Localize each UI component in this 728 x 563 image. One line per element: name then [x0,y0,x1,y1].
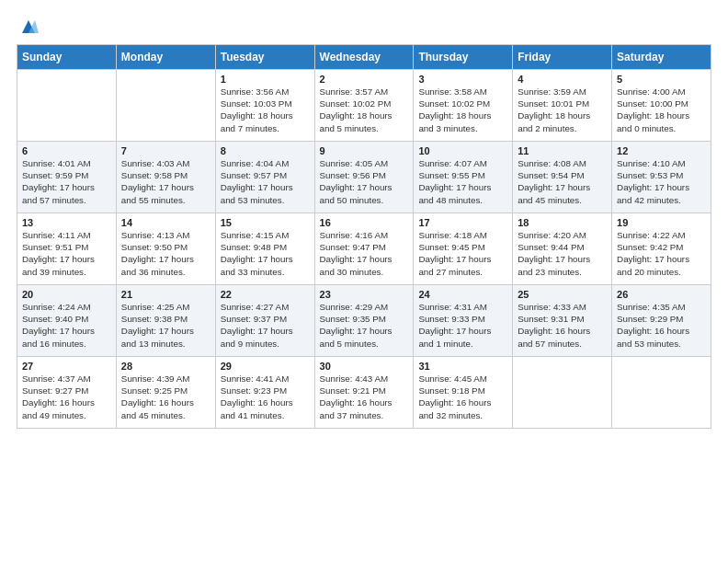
day-number: 20 [22,289,111,300]
day-number: 6 [22,145,111,156]
day-info: Sunrise: 4:00 AMSunset: 10:00 PMDaylight… [617,86,706,134]
day-info: Sunrise: 4:45 AMSunset: 9:18 PMDaylight:… [418,373,507,421]
day-info: Sunrise: 3:59 AMSunset: 10:01 PMDaylight… [518,86,607,134]
day-cell: 12Sunrise: 4:10 AMSunset: 9:53 PMDayligh… [612,142,711,213]
day-cell: 15Sunrise: 4:15 AMSunset: 9:48 PMDayligh… [215,213,314,285]
day-number: 14 [121,217,210,228]
day-number: 15 [221,217,310,228]
day-info: Sunrise: 3:58 AMSunset: 10:02 PMDaylight… [418,86,507,134]
header [17,17,711,37]
day-number: 13 [22,217,111,228]
day-number: 4 [518,74,607,85]
week-row-5: 27Sunrise: 4:37 AMSunset: 9:27 PMDayligh… [17,357,711,429]
day-number: 30 [320,361,409,372]
day-info: Sunrise: 4:29 AMSunset: 9:35 PMDaylight:… [320,301,409,350]
day-cell: 8Sunrise: 4:04 AMSunset: 9:57 PMDaylight… [215,142,314,213]
day-info: Sunrise: 4:39 AMSunset: 9:25 PMDaylight:… [121,373,210,421]
day-info: Sunrise: 4:03 AMSunset: 9:58 PMDaylight:… [121,157,210,206]
day-number: 11 [518,145,607,156]
weekday-wednesday: Wednesday [314,45,414,70]
day-number: 23 [320,289,409,300]
day-number: 28 [121,361,210,372]
day-cell: 21Sunrise: 4:25 AMSunset: 9:38 PMDayligh… [116,285,215,357]
day-number: 27 [22,361,111,372]
day-info: Sunrise: 4:01 AMSunset: 9:59 PMDaylight:… [22,157,111,206]
day-number: 2 [320,74,409,85]
day-cell: 20Sunrise: 4:24 AMSunset: 9:40 PMDayligh… [17,285,117,357]
day-number: 8 [221,145,310,156]
day-info: Sunrise: 4:18 AMSunset: 9:45 PMDaylight:… [418,229,507,278]
day-cell [17,70,117,142]
day-cell: 6Sunrise: 4:01 AMSunset: 9:59 PMDaylight… [17,142,117,213]
day-info: Sunrise: 4:15 AMSunset: 9:48 PMDaylight:… [221,229,310,278]
day-cell: 24Sunrise: 4:31 AMSunset: 9:33 PMDayligh… [414,285,513,357]
day-info: Sunrise: 4:13 AMSunset: 9:50 PMDaylight:… [121,229,210,278]
day-number: 25 [518,289,607,300]
day-number: 3 [418,74,507,85]
day-cell: 4Sunrise: 3:59 AMSunset: 10:01 PMDayligh… [513,70,612,142]
week-row-3: 13Sunrise: 4:11 AMSunset: 9:51 PMDayligh… [17,213,711,285]
day-cell: 14Sunrise: 4:13 AMSunset: 9:50 PMDayligh… [116,213,215,285]
weekday-saturday: Saturday [612,45,711,70]
day-cell [513,357,612,429]
week-row-1: 1Sunrise: 3:56 AMSunset: 10:03 PMDayligh… [17,70,711,142]
day-info: Sunrise: 4:25 AMSunset: 9:38 PMDaylight:… [121,301,210,350]
day-cell: 31Sunrise: 4:45 AMSunset: 9:18 PMDayligh… [414,357,513,429]
week-row-2: 6Sunrise: 4:01 AMSunset: 9:59 PMDaylight… [17,142,711,213]
day-info: Sunrise: 4:33 AMSunset: 9:31 PMDaylight:… [518,301,607,350]
week-row-4: 20Sunrise: 4:24 AMSunset: 9:40 PMDayligh… [17,285,711,357]
day-cell: 23Sunrise: 4:29 AMSunset: 9:35 PMDayligh… [314,285,414,357]
day-number: 18 [518,217,607,228]
day-info: Sunrise: 4:35 AMSunset: 9:29 PMDaylight:… [617,301,706,350]
day-cell: 11Sunrise: 4:08 AMSunset: 9:54 PMDayligh… [513,142,612,213]
day-cell: 5Sunrise: 4:00 AMSunset: 10:00 PMDayligh… [612,70,711,142]
day-info: Sunrise: 3:56 AMSunset: 10:03 PMDaylight… [221,86,310,134]
day-number: 21 [121,289,210,300]
day-number: 7 [121,145,210,156]
day-info: Sunrise: 4:22 AMSunset: 9:42 PMDaylight:… [617,229,706,278]
logo-icon [18,17,39,37]
logo [17,17,39,37]
day-number: 22 [221,289,310,300]
day-number: 12 [617,145,706,156]
day-info: Sunrise: 4:04 AMSunset: 9:57 PMDaylight:… [221,157,310,206]
day-cell [116,70,215,142]
weekday-thursday: Thursday [414,45,513,70]
day-cell: 10Sunrise: 4:07 AMSunset: 9:55 PMDayligh… [414,142,513,213]
day-info: Sunrise: 4:07 AMSunset: 9:55 PMDaylight:… [418,157,507,206]
day-cell: 16Sunrise: 4:16 AMSunset: 9:47 PMDayligh… [314,213,414,285]
day-number: 17 [418,217,507,228]
day-number: 10 [418,145,507,156]
day-cell: 2Sunrise: 3:57 AMSunset: 10:02 PMDayligh… [314,70,414,142]
day-number: 9 [320,145,409,156]
day-cell: 3Sunrise: 3:58 AMSunset: 10:02 PMDayligh… [414,70,513,142]
calendar-table: SundayMondayTuesdayWednesdayThursdayFrid… [17,44,711,429]
day-cell: 27Sunrise: 4:37 AMSunset: 9:27 PMDayligh… [17,357,117,429]
day-info: Sunrise: 4:16 AMSunset: 9:47 PMDaylight:… [320,229,409,278]
day-number: 24 [418,289,507,300]
day-number: 29 [221,361,310,372]
day-cell: 9Sunrise: 4:05 AMSunset: 9:56 PMDaylight… [314,142,414,213]
day-info: Sunrise: 4:27 AMSunset: 9:37 PMDaylight:… [221,301,310,350]
day-cell [612,357,711,429]
day-info: Sunrise: 4:05 AMSunset: 9:56 PMDaylight:… [320,157,409,206]
day-number: 26 [617,289,706,300]
day-info: Sunrise: 4:31 AMSunset: 9:33 PMDaylight:… [418,301,507,350]
day-cell: 18Sunrise: 4:20 AMSunset: 9:44 PMDayligh… [513,213,612,285]
day-cell: 26Sunrise: 4:35 AMSunset: 9:29 PMDayligh… [612,285,711,357]
weekday-sunday: Sunday [17,45,117,70]
day-info: Sunrise: 4:41 AMSunset: 9:23 PMDaylight:… [221,373,310,421]
day-number: 19 [617,217,706,228]
day-info: Sunrise: 4:10 AMSunset: 9:53 PMDaylight:… [617,157,706,206]
day-cell: 19Sunrise: 4:22 AMSunset: 9:42 PMDayligh… [612,213,711,285]
calendar-page: SundayMondayTuesdayWednesdayThursdayFrid… [0,0,728,563]
day-info: Sunrise: 4:24 AMSunset: 9:40 PMDaylight:… [22,301,111,350]
day-info: Sunrise: 3:57 AMSunset: 10:02 PMDaylight… [320,86,409,134]
day-cell: 29Sunrise: 4:41 AMSunset: 9:23 PMDayligh… [215,357,314,429]
weekday-monday: Monday [116,45,215,70]
day-number: 16 [320,217,409,228]
day-cell: 30Sunrise: 4:43 AMSunset: 9:21 PMDayligh… [314,357,414,429]
day-cell: 13Sunrise: 4:11 AMSunset: 9:51 PMDayligh… [17,213,117,285]
day-cell: 22Sunrise: 4:27 AMSunset: 9:37 PMDayligh… [215,285,314,357]
day-info: Sunrise: 4:43 AMSunset: 9:21 PMDaylight:… [320,373,409,421]
